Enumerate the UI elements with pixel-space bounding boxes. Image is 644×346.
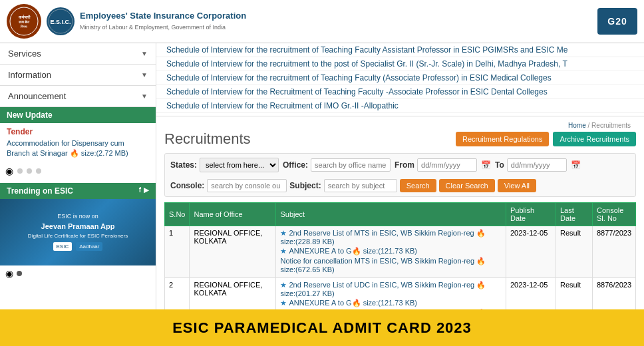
row-2-link-3[interactable]: Notice for cancellation UDC in ESIC, WB … xyxy=(280,309,502,309)
trending-image: ESIC is now on Jeevan Pramaan App Digita… xyxy=(0,199,156,265)
console-label: Console: xyxy=(170,181,204,190)
svg-text:कर्मचारी: कर्मचारी xyxy=(18,15,31,19)
row-1-link-1[interactable]: ★2nd Reserve List of MTS in ESIC, WB Sik… xyxy=(280,229,502,246)
states-field: States: select from here... xyxy=(170,158,279,172)
row-2-console: 8876/2023 xyxy=(593,278,636,310)
star-icon: ★ xyxy=(280,299,287,307)
tender-title: Tender xyxy=(7,127,149,136)
dot-3 xyxy=(36,168,41,174)
announcement-4[interactable]: Schedule of Interview for the Recruitmen… xyxy=(156,85,644,99)
recruitments-title: Recruitments xyxy=(164,130,251,148)
circle-icon[interactable]: ◉ xyxy=(5,268,13,279)
star-icon: ★ xyxy=(280,281,287,289)
from-field: From 📅 xyxy=(395,158,491,172)
bottom-banner: ESIC PARAMEDICAL ADMIT CARD 2023 xyxy=(0,309,644,346)
dot-nav-1: ◉ xyxy=(0,163,156,179)
row-1-subject: ★2nd Reserve List of MTS in ESIC, WB Sik… xyxy=(276,226,506,278)
calendar-from-icon: 📅 xyxy=(481,160,491,170)
search-button[interactable]: Search xyxy=(400,179,436,192)
recruitments-header: Recruitments Recruitment Regulations Arc… xyxy=(164,130,636,148)
breadcrumb: Home / Recruitments xyxy=(164,122,636,130)
col-office: Name of Office xyxy=(190,203,276,226)
subject-input[interactable] xyxy=(324,179,397,192)
row-1-console: 8877/2023 xyxy=(593,226,636,278)
console-input[interactable] xyxy=(207,179,287,192)
states-select[interactable]: select from here... xyxy=(200,158,279,172)
to-field: To 📅 xyxy=(495,158,581,172)
row-2-publish: 2023-12-05 xyxy=(506,278,556,310)
dot-nav-2: ◉ xyxy=(0,265,156,281)
trending-header: Trending on ESIC ▶ f xyxy=(0,183,156,199)
row-1-office: REGIONAL OFFICE, KOLKATA xyxy=(190,226,276,278)
new-update-header: New Update xyxy=(0,107,156,123)
prev-icon[interactable]: ◉ xyxy=(5,166,13,176)
svg-text:निगम: निगम xyxy=(20,25,27,29)
announcement-5[interactable]: Schedule of Interview for the Recruitmen… xyxy=(156,99,644,113)
row-2-office: REGIONAL OFFICE, KOLKATA xyxy=(190,278,276,310)
page-header: कर्मचारी राज्य बीमा निगम E.S.I.C. Employ… xyxy=(0,0,644,43)
sidebar-item-information[interactable]: Information ▼ xyxy=(0,65,156,86)
states-label: States: xyxy=(170,160,197,170)
calendar-to-icon: 📅 xyxy=(571,160,581,170)
row-2-subject: ★2nd Reserve List of UDC in ESIC, WB Sik… xyxy=(276,278,506,310)
sidebar: Services ▼ Information ▼ Announcement ▼ … xyxy=(0,43,156,309)
announcement-3[interactable]: Schedule of Interview for the recruitmen… xyxy=(156,71,644,85)
recruitment-regulations-button[interactable]: Recruitment Regulations xyxy=(456,132,549,146)
subject-label: Subject: xyxy=(289,181,321,190)
row-2-link-2[interactable]: ★ANNEXURE A to G🔥 size:(121.73 KB) xyxy=(280,299,502,307)
breadcrumb-current: Recruitments xyxy=(591,122,631,129)
office-input[interactable] xyxy=(311,158,391,172)
table-row: 2 REGIONAL OFFICE, KOLKATA ★2nd Reserve … xyxy=(165,278,636,310)
clear-search-button[interactable]: Clear Search xyxy=(439,179,495,192)
office-field: Office: xyxy=(283,158,391,172)
g20-logo: G20 xyxy=(597,8,637,35)
row2: Console: Subject: Search Clear Search Vi… xyxy=(170,179,630,192)
recruitments-panel: Home / Recruitments Recruitments Recruit… xyxy=(156,116,644,309)
sidebar-item-announcement[interactable]: Announcement ▼ xyxy=(0,86,156,107)
announcement-2[interactable]: Schedule of Interview for the recruitmen… xyxy=(156,57,644,71)
from-date-input[interactable] xyxy=(417,158,477,172)
office-label: Office: xyxy=(283,160,308,170)
col-sno: S.No xyxy=(165,203,190,226)
bottom-banner-text: ESIC PARAMEDICAL ADMIT CARD 2023 xyxy=(172,319,472,337)
org-subtitle: Ministry of Labour & Employment, Governm… xyxy=(80,24,226,31)
table-row: 1 REGIONAL OFFICE, KOLKATA ★2nd Reserve … xyxy=(165,226,636,278)
row-1-link-3[interactable]: Notice for cancellation MTS in ESIC, WB … xyxy=(280,257,502,273)
esic-logo: E.S.I.C. xyxy=(47,7,75,35)
view-all-button[interactable]: View All xyxy=(498,179,536,192)
tender-section: Tender Accommodation for Dispensary cum … xyxy=(0,123,156,163)
row-1-link-2[interactable]: ★ANNEXURE A to G🔥 size:(121.73 KB) xyxy=(280,247,502,256)
search-bar: States: select from here... Office: From… xyxy=(164,153,636,197)
star-icon: ★ xyxy=(280,229,287,237)
archive-recruitments-button[interactable]: Archive Recruitments xyxy=(553,132,636,146)
header-action-buttons: Recruitment Regulations Archive Recruitm… xyxy=(456,132,636,146)
recruitments-table: S.No Name of Office Subject Publish Date… xyxy=(164,202,636,309)
header-logos: कर्मचारी राज्य बीमा निगम E.S.I.C. Employ… xyxy=(7,4,246,39)
gov-logo: कर्मचारी राज्य बीमा निगम xyxy=(7,4,41,39)
svg-text:E.S.I.C.: E.S.I.C. xyxy=(50,19,71,25)
org-name: Employees' State Insurance Corporation xyxy=(80,11,246,22)
content-area: Schedule of Interview for the recruitmen… xyxy=(156,43,644,309)
announcements-section: Schedule of Interview for the recruitmen… xyxy=(156,43,644,116)
dot-active xyxy=(17,271,22,276)
youtube-icon[interactable]: ▶ xyxy=(144,186,149,194)
dot-2 xyxy=(27,168,32,174)
row-1-lastdate: Result xyxy=(556,226,593,278)
row-2-lastdate: Result xyxy=(556,278,593,310)
tender-link[interactable]: Accommodation for Dispensary cum Branch … xyxy=(7,139,128,157)
col-subject: Subject xyxy=(276,203,506,226)
col-console: Console Sl. No xyxy=(593,203,636,226)
announcement-1[interactable]: Schedule of Interview for the recruitmen… xyxy=(156,43,644,57)
chevron-down-icon: ▼ xyxy=(141,71,148,79)
sidebar-item-services[interactable]: Services ▼ xyxy=(0,43,156,65)
main-layout: Services ▼ Information ▼ Announcement ▼ … xyxy=(0,43,644,309)
org-name-block: Employees' State Insurance Corporation M… xyxy=(80,11,246,32)
from-label: From xyxy=(395,160,414,170)
svg-text:राज्य बीमा: राज्य बीमा xyxy=(18,20,30,24)
to-label: To xyxy=(495,160,504,170)
to-date-input[interactable] xyxy=(507,158,567,172)
row-2-link-1[interactable]: ★2nd Reserve List of UDC in ESIC, WB Sik… xyxy=(280,281,502,297)
chevron-down-icon: ▼ xyxy=(141,50,148,57)
facebook-icon[interactable]: f xyxy=(139,186,141,194)
breadcrumb-home[interactable]: Home xyxy=(568,122,586,129)
